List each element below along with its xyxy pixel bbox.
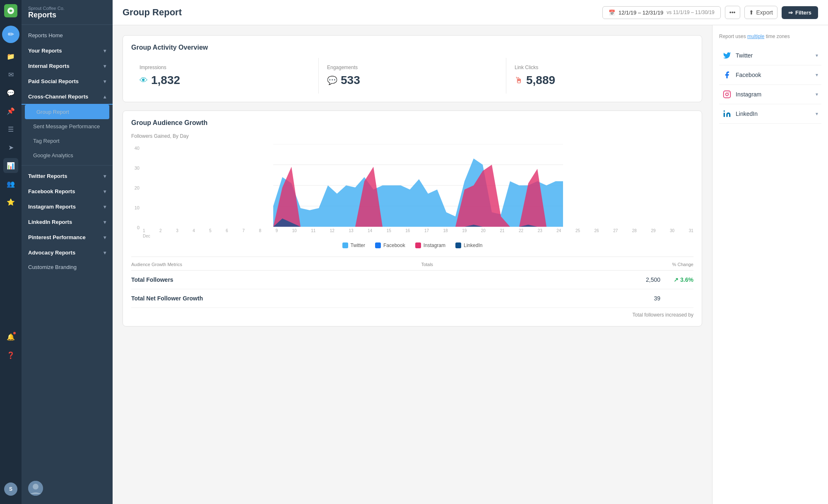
nav-icon-reports[interactable]: 📊 xyxy=(3,158,18,173)
sidebar-item-your-reports[interactable]: Your Reports ▾ xyxy=(22,43,113,58)
compose-button[interactable]: ✏ xyxy=(2,26,19,43)
icon-bar: ✏ 📁 ✉ 💬 📌 ☰ ➤ 📊 👥 ⭐ 🔔 ❓ S xyxy=(0,0,22,504)
linkedin-label: LinkedIn xyxy=(736,110,758,117)
platform-twitter[interactable]: Twitter ▾ xyxy=(719,46,821,65)
sidebar-item-google-analytics[interactable]: Google Analytics xyxy=(22,148,113,163)
facebook-icon xyxy=(722,70,732,79)
sidebar-item-sent-message[interactable]: Sent Message Performance xyxy=(22,119,113,134)
chart-svg xyxy=(143,144,693,227)
nav-icon-pin[interactable]: 📌 xyxy=(3,103,18,118)
timezone-note: Report uses multiple time zones xyxy=(719,34,821,39)
app-logo[interactable] xyxy=(4,4,17,17)
chevron-icon: ▾ xyxy=(104,250,106,256)
chevron-icon: ▴ xyxy=(104,94,106,100)
twitter-chevron: ▾ xyxy=(816,53,818,58)
header-actions: 📅 12/1/19 – 12/31/19 vs 11/1/19 – 11/30/… xyxy=(602,6,818,19)
sidebar-item-internal-reports[interactable]: Internal Reports ▾ xyxy=(22,58,113,73)
row-total-followers-label: Total Followers xyxy=(131,276,627,283)
date-range-text: 12/1/19 – 12/31/19 xyxy=(619,10,663,16)
nav-icon-team[interactable]: 👥 xyxy=(3,176,18,191)
ellipsis-icon: ••• xyxy=(729,9,736,16)
sidebar-item-linkedin-reports[interactable]: LinkedIn Reports ▾ xyxy=(22,214,113,229)
sidebar-item-instagram-reports[interactable]: Instagram Reports ▾ xyxy=(22,199,113,214)
sidebar-item-group-report[interactable]: Group Report xyxy=(25,105,109,119)
sidebar-item-paid-social[interactable]: Paid Social Reports ▾ xyxy=(22,73,113,89)
legend-linkedin: LinkedIn xyxy=(455,242,482,248)
sidebar-item-cross-channel[interactable]: Cross-Channel Reports ▴ xyxy=(22,89,113,105)
right-panel: Report uses multiple time zones Twitter … xyxy=(712,25,828,504)
chevron-icon: ▾ xyxy=(104,219,106,225)
table-header: Audience Growth Metrics Totals % Change xyxy=(131,262,693,271)
instagram-chevron: ▾ xyxy=(816,91,818,97)
legend-twitter: Twitter xyxy=(342,242,365,248)
chevron-icon: ▾ xyxy=(104,204,106,210)
filters-button[interactable]: ⇒ Filters xyxy=(782,6,818,19)
table-row: Total Net Follower Growth 39 xyxy=(131,289,693,308)
user-avatar-sidebar[interactable] xyxy=(28,481,43,496)
nav-icon-help[interactable]: ❓ xyxy=(3,348,18,362)
impressions-label: Impressions xyxy=(140,65,310,70)
export-icon: ⬆ xyxy=(749,9,754,16)
facebook-label: Facebook xyxy=(736,72,761,78)
footnote: Total followers increased by xyxy=(131,312,693,318)
chevron-icon: ▾ xyxy=(104,79,106,84)
svg-point-11 xyxy=(724,110,725,112)
platform-instagram[interactable]: Instagram ▾ xyxy=(719,85,821,104)
date-range-picker[interactable]: 📅 12/1/19 – 12/31/19 vs 11/1/19 – 11/30/… xyxy=(602,6,721,19)
sidebar: Sprout Coffee Co. Reports Reports Home Y… xyxy=(22,0,113,504)
sidebar-item-twitter-reports[interactable]: Twitter Reports ▾ xyxy=(22,168,113,183)
legend-dot-linkedin xyxy=(455,242,461,248)
nav-icon-tasks[interactable]: ☰ xyxy=(3,122,18,137)
svg-point-9 xyxy=(726,93,729,96)
link-clicks-label: Link Clicks xyxy=(515,65,685,70)
sidebar-item-facebook-reports[interactable]: Facebook Reports ▾ xyxy=(22,183,113,199)
nav-icon-notifications[interactable]: 🔔 xyxy=(3,329,18,344)
body-split: Group Activity Overview Impressions 👁 1,… xyxy=(113,25,828,504)
activity-overview-card: Group Activity Overview Impressions 👁 1,… xyxy=(123,35,702,102)
sidebar-item-advocacy[interactable]: Advocacy Reports ▾ xyxy=(22,245,113,260)
user-avatar[interactable]: S xyxy=(4,482,17,496)
facebook-chevron: ▾ xyxy=(816,72,818,78)
link-clicks-icon: 🖱 xyxy=(515,76,523,85)
engagements-label: Engagements xyxy=(327,65,498,70)
legend-dot-facebook xyxy=(375,242,381,248)
row-net-growth-label: Total Net Follower Growth xyxy=(131,295,627,302)
sidebar-item-customize[interactable]: Customize Branding xyxy=(22,260,113,274)
sidebar-nav: Reports Home Your Reports ▾ Internal Rep… xyxy=(22,25,113,477)
y-axis-10: 10 xyxy=(131,205,140,210)
nav-icon-inbox[interactable]: ✉ xyxy=(3,67,18,82)
audience-growth-title: Group Audience Growth xyxy=(131,119,693,127)
nav-icon-send[interactable]: ➤ xyxy=(3,140,18,155)
vs-text: vs 11/1/19 – 11/30/19 xyxy=(667,10,714,15)
platform-facebook[interactable]: Facebook ▾ xyxy=(719,65,821,85)
nav-icon-messages[interactable]: 💬 xyxy=(3,85,18,100)
sidebar-item-pinterest[interactable]: Pinterest Performance ▾ xyxy=(22,229,113,245)
chart-subtitle: Followers Gained, By Day xyxy=(131,133,693,139)
y-axis-0: 0 xyxy=(131,225,140,230)
chart-legend: Twitter Facebook Instagram LinkedIn xyxy=(131,242,693,248)
metrics-row: Impressions 👁 1,832 Engagements 💬 533 xyxy=(131,58,693,94)
twitter-label: Twitter xyxy=(736,52,753,59)
audience-metrics-table: Audience Growth Metrics Totals % Change … xyxy=(131,257,693,318)
row-net-growth-total: 39 xyxy=(627,295,660,302)
more-options-button[interactable]: ••• xyxy=(725,6,740,19)
platform-linkedin[interactable]: LinkedIn ▾ xyxy=(719,104,821,124)
export-button[interactable]: ⬆ Export xyxy=(744,6,777,19)
y-axis-40: 40 xyxy=(131,146,140,151)
metric-impressions: Impressions 👁 1,832 xyxy=(131,58,319,94)
linkedin-chevron: ▾ xyxy=(816,111,818,117)
timezone-link[interactable]: multiple xyxy=(747,34,764,39)
metric-engagements: Engagements 💬 533 xyxy=(319,58,506,94)
row-total-followers-change: ↗ 3.6% xyxy=(660,276,693,283)
app-name: Reports xyxy=(28,11,106,19)
nav-icon-star[interactable]: ⭐ xyxy=(3,194,18,209)
sidebar-footer xyxy=(22,477,113,504)
y-axis-20: 20 xyxy=(131,185,140,190)
sidebar-item-reports-home[interactable]: Reports Home xyxy=(22,28,113,43)
sidebar-item-tag-report[interactable]: Tag Report xyxy=(22,134,113,148)
instagram-label: Instagram xyxy=(736,91,761,98)
divider xyxy=(22,165,113,166)
filters-icon: ⇒ xyxy=(788,10,793,16)
nav-icon-folder[interactable]: 📁 xyxy=(3,49,18,64)
company-name: Sprout Coffee Co. xyxy=(28,6,106,11)
